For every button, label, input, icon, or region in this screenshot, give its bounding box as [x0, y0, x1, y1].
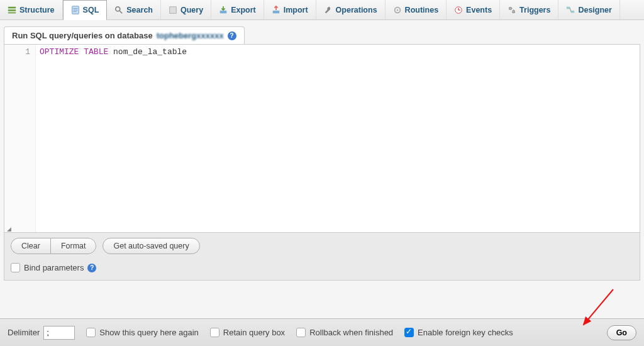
tab-triggers[interactable]: Triggers: [500, 0, 558, 20]
editor-toolbar-area: Clear Format Get auto-saved query Bind p…: [4, 233, 640, 281]
svg-rect-10: [220, 10, 227, 13]
tab-label: SQL: [83, 6, 99, 14]
rollback-label: Rollback when finished: [309, 328, 393, 337]
retain-label: Retain query box: [223, 328, 285, 337]
delimiter-group: Delimiter: [8, 326, 75, 340]
svg-rect-11: [272, 10, 279, 13]
line-gutter: 1: [4, 45, 36, 232]
bind-parameters-label: Bind parameters: [24, 263, 84, 272]
search-icon: [114, 6, 123, 14]
svg-rect-18: [571, 10, 574, 13]
bind-parameters-checkbox[interactable]: [11, 263, 20, 272]
sql-keyword: TABLE: [84, 47, 108, 57]
fkc-label: Enable foreign key checks: [418, 328, 513, 337]
database-name[interactable]: tophebergxxxxxx: [157, 31, 224, 40]
tab-bar: Structure SQL Search Query Export Import…: [0, 0, 644, 20]
tab-label: Export: [231, 6, 256, 14]
tab-label: Query: [180, 6, 203, 14]
footer-bar: Delimiter Show this query here again Ret…: [0, 318, 644, 346]
tab-label: Events: [466, 6, 492, 14]
wrench-icon: [324, 6, 333, 14]
svg-rect-17: [567, 6, 570, 9]
tab-operations[interactable]: Operations: [316, 0, 386, 20]
bind-parameters-row: Bind parameters ?: [11, 263, 633, 272]
auto-saved-button[interactable]: Get auto-saved query: [103, 238, 199, 254]
triggers-icon: [508, 6, 516, 14]
resize-handle[interactable]: ◢: [7, 226, 11, 232]
tab-designer[interactable]: Designer: [558, 0, 620, 20]
help-icon[interactable]: ?: [87, 264, 96, 272]
show-again-option[interactable]: Show this query here again: [86, 328, 199, 337]
tab-label: Search: [126, 6, 153, 14]
panel-title-bar: Run SQL query/queries on database topheb…: [4, 26, 245, 44]
export-icon: [219, 6, 228, 14]
clear-format-group: Clear Format: [11, 238, 96, 254]
svg-rect-1: [8, 9, 16, 11]
line-number: 1: [4, 47, 30, 57]
tab-sql[interactable]: SQL: [63, 0, 108, 20]
tab-import[interactable]: Import: [264, 0, 316, 20]
help-icon[interactable]: ?: [228, 31, 236, 40]
tab-events[interactable]: Events: [447, 0, 500, 20]
tab-label: Structure: [19, 6, 55, 14]
svg-line-8: [119, 10, 122, 13]
tab-label: Triggers: [519, 6, 550, 14]
sql-editor[interactable]: 1 OPTIMIZE TABLE nom_de_la_table ◢: [4, 44, 640, 233]
fkc-checkbox[interactable]: [404, 328, 414, 337]
sql-panel: Run SQL query/queries on database topheb…: [4, 26, 640, 281]
svg-point-7: [116, 6, 120, 11]
code-area[interactable]: OPTIMIZE TABLE nom_de_la_table: [36, 45, 187, 232]
svg-line-19: [570, 8, 572, 11]
delimiter-label: Delimiter: [8, 328, 40, 337]
sql-icon: [71, 6, 80, 14]
clear-button[interactable]: Clear: [11, 238, 50, 254]
tab-search[interactable]: Search: [107, 0, 161, 20]
go-button[interactable]: Go: [607, 325, 636, 340]
tab-query[interactable]: Query: [161, 0, 211, 20]
sql-keyword: OPTIMIZE: [40, 47, 79, 57]
designer-icon: [566, 6, 575, 14]
format-button[interactable]: Format: [50, 238, 97, 254]
retain-option[interactable]: Retain query box: [210, 328, 285, 337]
sql-identifier: nom_de_la_table: [113, 47, 187, 57]
tab-label: Import: [284, 6, 308, 14]
tab-label: Designer: [578, 6, 612, 14]
svg-rect-0: [8, 6, 16, 8]
svg-point-13: [396, 9, 398, 11]
retain-checkbox[interactable]: [210, 328, 219, 337]
show-again-checkbox[interactable]: [86, 328, 96, 337]
tab-label: Routines: [405, 6, 438, 14]
panel-title-prefix: Run SQL query/queries on database: [12, 31, 153, 40]
svg-rect-2: [8, 12, 16, 13]
show-again-label: Show this query here again: [99, 328, 199, 337]
rollback-option[interactable]: Rollback when finished: [296, 328, 393, 337]
tab-routines[interactable]: Routines: [386, 0, 447, 20]
fkc-option[interactable]: Enable foreign key checks: [404, 328, 513, 337]
structure-icon: [8, 6, 16, 14]
tab-label: Operations: [336, 6, 377, 14]
svg-rect-9: [170, 6, 177, 13]
import-icon: [272, 6, 280, 14]
routines-icon: [393, 6, 402, 14]
tab-export[interactable]: Export: [211, 0, 264, 20]
events-icon: [454, 6, 463, 14]
query-icon: [169, 6, 177, 14]
rollback-checkbox[interactable]: [296, 328, 306, 337]
delimiter-input[interactable]: [43, 326, 75, 340]
tab-structure[interactable]: Structure: [0, 0, 63, 20]
button-row: Clear Format Get auto-saved query: [11, 238, 633, 254]
